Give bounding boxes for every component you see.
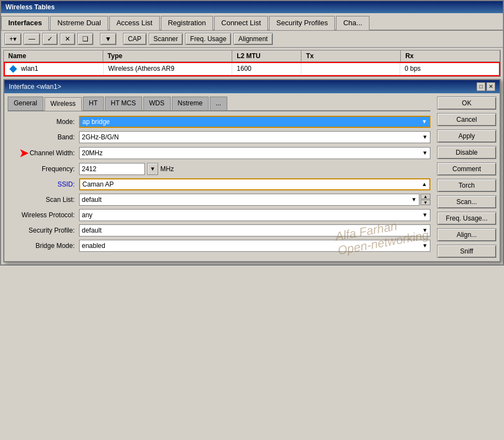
security-profile-row: Security Profile: default ▼ [8,224,430,236]
ssid-control: Caman AP ▲ [79,178,430,190]
scan-list-control: default ▼ ▲ ▼ [79,194,430,206]
col-l2mtu: L2 MTU [232,50,301,61]
add-button[interactable]: +▾ [4,33,21,45]
col-tx: Tx [301,50,401,61]
channel-width-arrow-icon: ▼ [422,150,428,156]
dialog-body: General Wireless HT HT MCS WDS Nstreme .… [4,93,500,261]
scan-list-up-btn[interactable]: ▲ [421,194,430,199]
apply-button[interactable]: Apply [437,129,496,143]
tab-security-profiles[interactable]: Security Profiles [269,16,335,30]
scan-list-select[interactable]: default ▼ [79,194,419,206]
frequency-dropdown-btn[interactable]: ▼ [147,163,158,175]
copy-button[interactable]: ❑ [77,33,93,45]
dialog-right-panel: OK Cancel Apply Disable Comment Torch Sc… [434,93,500,261]
tab-char[interactable]: Cha... [336,16,369,30]
ssid-label: SSID: [8,180,79,188]
window-title: Wireless Tables [5,3,55,11]
col-name: Name [4,50,103,61]
filter-button[interactable]: ▼ [100,33,116,45]
sniff-button[interactable]: Sniff [437,245,496,258]
band-control: 2GHz-B/G/N ▼ [79,131,430,143]
scan-list-arrow-icon: ▼ [411,196,417,202]
scan-list-label: Scan List: [8,196,79,204]
scan-list-row: Scan List: default ▼ ▲ ▼ [8,194,430,206]
interface-icon [9,65,17,73]
wireless-protocol-label: Wireless Protocol: [8,211,79,219]
dtab-wds[interactable]: WDS [143,97,171,110]
freq-usage-dialog-button[interactable]: Freq. Usage... [437,212,496,225]
band-row: Band: 2GHz-B/G/N ▼ [8,131,430,143]
wireless-protocol-row: Wireless Protocol: any ▼ [8,209,430,221]
dtab-ht-mcs[interactable]: HT MCS [105,97,142,110]
freq-usage-button[interactable]: Freq. Usage [185,33,231,45]
mode-select[interactable]: ap bridge ▼ [79,116,430,128]
frequency-label: Frequency: [8,165,79,173]
cancel-button[interactable]: Cancel [437,113,496,126]
disable-button[interactable]: Disable [437,146,496,159]
band-select[interactable]: 2GHz-B/G/N ▼ [79,131,430,143]
table-header: Name Type L2 MTU Tx Rx [4,50,500,62]
check-button[interactable]: ✓ [42,33,58,45]
ssid-value: Caman AP [82,180,114,188]
security-profile-label: Security Profile: [8,227,79,234]
cell-type: Wireless (Atheros AR9 [104,63,232,75]
dialog-maximize-button[interactable]: □ [477,82,485,91]
bridge-mode-select[interactable]: enabled ▼ [79,240,430,252]
mode-row: Mode: ap bridge ▼ [8,116,430,128]
channel-width-label: ➤ Channel Width: [8,146,79,160]
bridge-mode-value: enabled [82,242,105,250]
cap-button[interactable]: CAP [123,33,147,45]
alignment-button[interactable]: Alignment [233,33,272,45]
tab-nstreme-dual[interactable]: Nstreme Dual [50,16,108,30]
frequency-control: 2412 ▼ MHz [79,163,430,175]
cross-button[interactable]: ✕ [60,33,75,45]
channel-width-select[interactable]: 20MHz ▼ [79,147,430,159]
ssid-arrow-icon: ▲ [422,181,427,187]
dtab-nstreme[interactable]: Nstreme [172,97,209,110]
frequency-row: Frequency: 2412 ▼ MHz [8,163,430,175]
bridge-mode-control: enabled ▼ [79,240,430,252]
cell-rx: 0 bps [400,63,499,75]
bridge-mode-row: Bridge Mode: enabled ▼ [8,240,430,252]
band-label: Band: [8,133,79,141]
security-profile-control: default ▼ [79,224,430,236]
dialog-close-button[interactable]: ✕ [486,82,495,91]
remove-button[interactable]: — [24,33,40,45]
ssid-select[interactable]: Caman AP ▲ [79,178,430,190]
cell-l2mtu: 1600 [232,63,301,75]
tab-connect-list[interactable]: Connect List [214,16,268,30]
channel-width-value: 20MHz [82,149,103,157]
comment-button[interactable]: Comment [437,162,496,176]
align-button[interactable]: Align... [437,228,496,241]
channel-width-control: 20MHz ▼ [79,147,430,159]
tab-access-list[interactable]: Access List [109,16,160,30]
cell-name: wlan1 [5,63,104,75]
wireless-protocol-select[interactable]: any ▼ [79,209,430,221]
tab-registration[interactable]: Registration [161,16,213,30]
main-window: Wireless Tables Interfaces Nstreme Dual … [0,0,504,266]
scan-list-value: default [82,196,102,204]
scanner-button[interactable]: Scanner [149,33,183,45]
security-profile-value: default [82,227,102,234]
col-type: Type [103,50,232,61]
mode-value: ap bridge [82,118,110,126]
ssid-row: SSID: Caman AP ▲ [8,178,430,190]
scan-button[interactable]: Scan... [437,195,496,208]
title-bar: Wireless Tables [1,1,503,13]
table-row[interactable]: wlan1 Wireless (Atheros AR9 1600 0 bps [5,63,499,75]
dtab-general[interactable]: General [8,97,43,110]
scan-list-arrows: ▲ ▼ [421,194,430,205]
dtab-more[interactable]: ... [210,97,227,110]
dtab-ht[interactable]: HT [83,97,104,110]
interface-table: Name Type L2 MTU Tx Rx wlan1 Wireless (A… [3,50,501,77]
security-profile-select[interactable]: default ▼ [79,224,430,236]
tab-bar: Interfaces Nstreme Dual Access List Regi… [1,13,503,31]
scan-list-down-btn[interactable]: ▼ [421,200,430,205]
frequency-input[interactable]: 2412 [79,163,145,175]
dialog-title-text: Interface <wlan1> [9,83,61,91]
wireless-protocol-control: any ▼ [79,209,430,221]
tab-interfaces[interactable]: Interfaces [1,16,49,30]
ok-button[interactable]: OK [437,97,496,110]
dtab-wireless[interactable]: Wireless [44,97,82,111]
torch-button[interactable]: Torch [437,179,496,192]
